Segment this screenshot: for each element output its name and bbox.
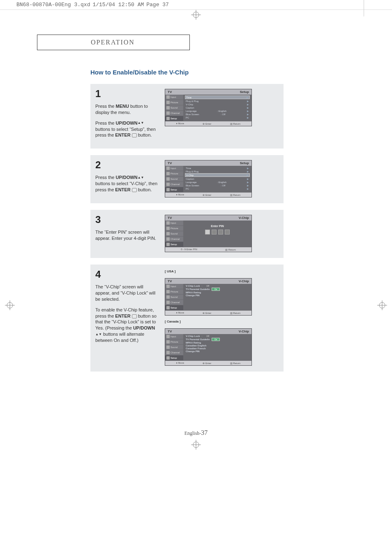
step-visual: [ USA ] TVV-Chip Input Picture Sound Cha…	[165, 269, 279, 366]
osd-sidebar: Input Picture Sound Channel Setup	[165, 221, 183, 247]
osd-main: Time▶ Plug & Plug▶ V-Chip▶ Caption▶ Lang…	[183, 166, 251, 193]
crosshair-icon	[191, 440, 201, 450]
up-down-icon: ▲▼	[95, 332, 102, 337]
osd-screenshot-canada: TVV-Chip Input Picture Sound Channel Set…	[165, 328, 252, 366]
arrow-right-icon: ▶	[247, 174, 249, 176]
step-block: 4 The “V-Chip” screen will appear, and “…	[90, 265, 284, 372]
step-paragraph: Press the MENU button to display the men…	[95, 103, 159, 116]
picture-icon	[166, 290, 170, 293]
step-block: 3 The “Enter PIN” screen will appear. En…	[90, 210, 284, 258]
step-block: 2 Press the UP/DOWN▲▼ buttons to select …	[90, 155, 284, 203]
step-number: 4	[95, 269, 159, 279]
chapter-heading-box: OPERATION	[37, 35, 190, 50]
enter-icon	[132, 133, 137, 137]
print-job-header: BN68-00870A-00Eng 3.qxd 1/15/04 12:50 AM…	[0, 0, 392, 10]
sound-icon	[166, 106, 170, 109]
channel-icon	[166, 237, 170, 241]
osd-main: Time▶ Plug & Plug▶ V-Chip▶ Caption▶ Lang…	[183, 95, 251, 121]
step-number: 1	[95, 89, 159, 99]
pin-digit	[218, 230, 223, 235]
step-text: 3 The “Enter PIN” screen will appear. En…	[95, 215, 159, 252]
osd-screenshot: TVSetup Input Picture Sound Channel Setu…	[165, 89, 252, 126]
setup-icon	[166, 188, 170, 191]
osd-sidebar: Input Picture Sound Channel Setup	[165, 95, 183, 121]
step-block: 1 Press the MENU button to display the m…	[90, 84, 284, 149]
arrow-right-icon: ▶	[247, 167, 249, 169]
osd-screenshot: TVV-Chip Input Picture Sound Channel Set…	[165, 215, 252, 252]
registration-mark-bottom	[0, 440, 392, 452]
qxd-filename: BN68-00870A-00Eng 3.qxd	[16, 2, 90, 8]
picture-icon	[166, 340, 170, 344]
arrow-right-icon: ▶	[247, 106, 249, 109]
channel-icon	[166, 301, 170, 304]
arrow-right-icon: ▶	[247, 177, 249, 180]
sound-icon	[166, 346, 170, 349]
arrow-right-icon: ▶	[247, 109, 249, 112]
step-paragraph: Press the UP/DOWN▲▼ buttons to select “V…	[95, 174, 159, 193]
arrow-right-icon: ▶	[247, 103, 249, 106]
pin-digit	[205, 230, 210, 235]
arrow-right-icon: ▶	[247, 100, 249, 102]
setup-icon	[166, 356, 170, 360]
step-text: 1 Press the MENU button to display the m…	[95, 89, 159, 143]
osd-screenshot: TVSetup Input Picture Sound Channel Setu…	[165, 160, 252, 197]
input-icon	[166, 95, 170, 99]
crosshair-icon	[377, 300, 387, 310]
sound-icon	[166, 295, 170, 299]
osd-sidebar: Input Picture Sound Channel Setup	[165, 284, 183, 311]
arrow-right-icon: ▶	[247, 96, 249, 99]
step-text: 4 The “V-Chip” screen will appear, and “…	[95, 269, 159, 366]
up-down-icon: ▲▼	[138, 176, 144, 180]
osd-footer: ♦ Move ⊕ Enter ▥ Return	[165, 311, 251, 315]
arrow-right-icon: ▶	[247, 184, 249, 187]
picture-icon	[166, 227, 170, 230]
qxd-date: 1/15/04 12:50 AM	[92, 2, 144, 8]
sound-icon	[166, 232, 170, 235]
enter-icon	[132, 188, 137, 192]
channel-icon	[166, 111, 170, 115]
input-icon	[166, 221, 170, 225]
enter-icon	[132, 314, 137, 318]
pin-digit	[212, 230, 217, 235]
osd-footer: ♦ Move ⊕ Enter ▥ Return	[165, 193, 251, 197]
osd-sidebar: Input Picture Sound Channel Setup	[165, 334, 183, 361]
sound-icon	[166, 177, 170, 181]
arrow-right-icon: ▶	[247, 113, 249, 116]
step-visual: TVSetup Input Picture Sound Channel Setu…	[165, 89, 279, 143]
arrow-right-icon: ▶	[247, 116, 249, 119]
step-visual: TVSetup Input Picture Sound Channel Setu…	[165, 160, 279, 197]
region-label: [ USA ]	[165, 269, 279, 273]
qxd-page: Page 37	[146, 2, 169, 8]
step-paragraph: The “Enter PIN” screen will appear. Ente…	[95, 229, 159, 241]
picture-icon	[166, 101, 170, 104]
arrow-right-icon: ▶	[247, 170, 249, 173]
input-icon	[166, 167, 170, 170]
osd-footer: ♦ Move ⊕ Enter ▥ Return	[165, 121, 251, 126]
up-down-icon: ▲▼	[138, 121, 144, 125]
setup-icon	[166, 117, 170, 120]
setup-icon	[166, 306, 170, 309]
osd-main: V-Chip Lock:Off TV Parental GuidelinOn M…	[183, 284, 251, 311]
step-text: 2 Press the UP/DOWN▲▼ buttons to select …	[95, 160, 159, 197]
step-visual: TVV-Chip Input Picture Sound Channel Set…	[165, 215, 279, 252]
step-paragraph: Press the UP/DOWN▲▼ buttons to select “S…	[95, 120, 159, 139]
arrow-right-icon: ▶	[247, 181, 249, 183]
step-paragraph: The “V-Chip” screen will appear, and “V-…	[95, 284, 159, 302]
crosshair-icon	[191, 10, 201, 20]
osd-screenshot-usa: TVV-Chip Input Picture Sound Channel Set…	[165, 278, 252, 316]
input-icon	[166, 285, 170, 288]
osd-footer: ♦ Move ⊕ Enter ▥ Return	[165, 361, 251, 365]
osd-main: V-Chip Lock:Off TV Parental GuidelinOn M…	[183, 334, 251, 361]
chapter-heading: OPERATION	[37, 39, 135, 46]
page-number: English-37	[37, 429, 355, 437]
picture-icon	[166, 172, 170, 175]
osd-pin-entry: Enter PIN	[183, 221, 251, 247]
channel-icon	[166, 183, 170, 186]
setup-icon	[166, 243, 170, 246]
registration-mark-top	[0, 10, 392, 18]
step-number: 2	[95, 160, 159, 170]
section-title: How to Enable/Disable the V-Chip	[90, 69, 355, 76]
input-icon	[166, 335, 170, 338]
region-label: [ Canada ]	[165, 320, 279, 323]
channel-icon	[166, 351, 170, 354]
